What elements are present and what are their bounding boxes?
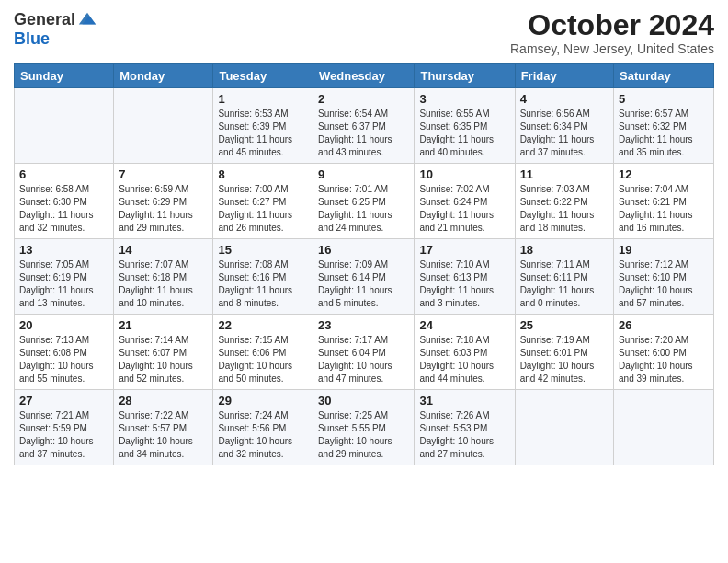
calendar-cell: 26Sunrise: 7:20 AMSunset: 6:00 PMDayligh… — [614, 315, 714, 390]
day-info: Sunrise: 7:02 AMSunset: 6:24 PMDaylight:… — [419, 183, 509, 235]
calendar-cell: 24Sunrise: 7:18 AMSunset: 6:03 PMDayligh… — [415, 315, 515, 390]
day-number: 18 — [520, 243, 609, 257]
day-info: Sunrise: 6:55 AMSunset: 6:35 PMDaylight:… — [419, 108, 509, 159]
calendar-cell: 30Sunrise: 7:25 AMSunset: 5:55 PMDayligh… — [313, 390, 415, 465]
calendar: SundayMondayTuesdayWednesdayThursdayFrid… — [14, 63, 714, 465]
day-info: Sunrise: 7:03 AMSunset: 6:22 PMDaylight:… — [520, 183, 609, 235]
day-info: Sunrise: 7:14 AMSunset: 6:07 PMDaylight:… — [119, 334, 208, 385]
day-number: 1 — [218, 92, 308, 106]
day-info: Sunrise: 7:05 AMSunset: 6:19 PMDaylight:… — [19, 259, 108, 310]
header-right: October 2024 Ramsey, New Jersey, United … — [510, 9, 714, 56]
logo-blue: Blue — [14, 29, 50, 49]
logo-general: General — [14, 10, 75, 29]
header: General Blue October 2024 Ramsey, New Je… — [14, 9, 714, 56]
calendar-cell: 5Sunrise: 6:57 AMSunset: 6:32 PMDaylight… — [614, 88, 714, 164]
calendar-cell: 16Sunrise: 7:09 AMSunset: 6:14 PMDayligh… — [313, 239, 415, 315]
day-number: 24 — [419, 318, 509, 332]
day-number: 9 — [318, 167, 409, 181]
calendar-cell — [614, 390, 714, 465]
calendar-cell: 21Sunrise: 7:14 AMSunset: 6:07 PMDayligh… — [114, 315, 213, 390]
calendar-cell: 25Sunrise: 7:19 AMSunset: 6:01 PMDayligh… — [515, 315, 613, 390]
calendar-cell: 19Sunrise: 7:12 AMSunset: 6:10 PMDayligh… — [614, 239, 714, 315]
day-number: 22 — [218, 318, 308, 332]
day-info: Sunrise: 7:11 AMSunset: 6:11 PMDaylight:… — [520, 259, 609, 310]
day-info: Sunrise: 6:53 AMSunset: 6:39 PMDaylight:… — [218, 108, 308, 159]
month-title: October 2024 — [510, 9, 714, 41]
day-info: Sunrise: 7:17 AMSunset: 6:04 PMDaylight:… — [318, 334, 409, 385]
logo: General Blue — [14, 9, 97, 49]
calendar-cell: 29Sunrise: 7:24 AMSunset: 5:56 PMDayligh… — [213, 390, 313, 465]
day-number: 20 — [19, 318, 108, 332]
calendar-cell: 14Sunrise: 7:07 AMSunset: 6:18 PMDayligh… — [114, 239, 213, 315]
calendar-cell — [515, 390, 613, 465]
day-number: 23 — [318, 318, 409, 332]
calendar-week-row: 1Sunrise: 6:53 AMSunset: 6:39 PMDaylight… — [15, 88, 714, 164]
day-number: 17 — [419, 243, 509, 257]
calendar-cell: 11Sunrise: 7:03 AMSunset: 6:22 PMDayligh… — [515, 164, 613, 239]
calendar-cell: 3Sunrise: 6:55 AMSunset: 6:35 PMDaylight… — [415, 88, 515, 164]
day-number: 30 — [318, 394, 409, 408]
day-info: Sunrise: 7:09 AMSunset: 6:14 PMDaylight:… — [318, 259, 409, 310]
day-info: Sunrise: 7:04 AMSunset: 6:21 PMDaylight:… — [619, 183, 709, 235]
calendar-day-header: Friday — [515, 64, 613, 88]
day-number: 29 — [218, 394, 308, 408]
calendar-cell: 28Sunrise: 7:22 AMSunset: 5:57 PMDayligh… — [114, 390, 213, 465]
calendar-cell: 13Sunrise: 7:05 AMSunset: 6:19 PMDayligh… — [15, 239, 114, 315]
day-number: 8 — [218, 167, 308, 181]
calendar-cell: 18Sunrise: 7:11 AMSunset: 6:11 PMDayligh… — [515, 239, 613, 315]
logo-text: General — [14, 9, 97, 29]
day-info: Sunrise: 7:15 AMSunset: 6:06 PMDaylight:… — [218, 334, 308, 385]
day-info: Sunrise: 7:25 AMSunset: 5:55 PMDaylight:… — [318, 409, 409, 461]
day-info: Sunrise: 7:19 AMSunset: 6:01 PMDaylight:… — [520, 334, 609, 385]
calendar-cell: 1Sunrise: 6:53 AMSunset: 6:39 PMDaylight… — [213, 88, 313, 164]
day-info: Sunrise: 7:00 AMSunset: 6:27 PMDaylight:… — [218, 183, 308, 235]
day-info: Sunrise: 6:59 AMSunset: 6:29 PMDaylight:… — [119, 183, 208, 235]
day-info: Sunrise: 6:57 AMSunset: 6:32 PMDaylight:… — [619, 108, 709, 159]
day-number: 6 — [19, 167, 108, 181]
calendar-day-header: Sunday — [15, 64, 114, 88]
page: General Blue October 2024 Ramsey, New Je… — [0, 0, 728, 479]
calendar-cell: 12Sunrise: 7:04 AMSunset: 6:21 PMDayligh… — [614, 164, 714, 239]
day-number: 19 — [619, 243, 709, 257]
calendar-cell: 22Sunrise: 7:15 AMSunset: 6:06 PMDayligh… — [213, 315, 313, 390]
calendar-cell: 4Sunrise: 6:56 AMSunset: 6:34 PMDaylight… — [515, 88, 613, 164]
day-info: Sunrise: 7:24 AMSunset: 5:56 PMDaylight:… — [218, 409, 308, 461]
calendar-cell: 23Sunrise: 7:17 AMSunset: 6:04 PMDayligh… — [313, 315, 415, 390]
location: Ramsey, New Jersey, United States — [510, 41, 714, 56]
day-info: Sunrise: 7:13 AMSunset: 6:08 PMDaylight:… — [19, 334, 108, 385]
day-number: 12 — [619, 167, 709, 181]
day-number: 26 — [619, 318, 709, 332]
day-number: 11 — [520, 167, 609, 181]
calendar-cell: 20Sunrise: 7:13 AMSunset: 6:08 PMDayligh… — [15, 315, 114, 390]
day-number: 4 — [520, 92, 609, 106]
day-info: Sunrise: 7:12 AMSunset: 6:10 PMDaylight:… — [619, 259, 709, 310]
calendar-day-header: Tuesday — [213, 64, 313, 88]
calendar-week-row: 27Sunrise: 7:21 AMSunset: 5:59 PMDayligh… — [15, 390, 714, 465]
day-number: 13 — [19, 243, 108, 257]
day-info: Sunrise: 7:07 AMSunset: 6:18 PMDaylight:… — [119, 259, 208, 310]
day-number: 3 — [419, 92, 509, 106]
calendar-cell: 6Sunrise: 6:58 AMSunset: 6:30 PMDaylight… — [15, 164, 114, 239]
day-info: Sunrise: 7:01 AMSunset: 6:25 PMDaylight:… — [318, 183, 409, 235]
day-number: 5 — [619, 92, 709, 106]
calendar-day-header: Thursday — [415, 64, 515, 88]
day-info: Sunrise: 7:20 AMSunset: 6:00 PMDaylight:… — [619, 334, 709, 385]
day-info: Sunrise: 7:08 AMSunset: 6:16 PMDaylight:… — [218, 259, 308, 310]
day-info: Sunrise: 6:54 AMSunset: 6:37 PMDaylight:… — [318, 108, 409, 159]
day-number: 25 — [520, 318, 609, 332]
calendar-week-row: 13Sunrise: 7:05 AMSunset: 6:19 PMDayligh… — [15, 239, 714, 315]
day-number: 14 — [119, 243, 208, 257]
calendar-cell: 8Sunrise: 7:00 AMSunset: 6:27 PMDaylight… — [213, 164, 313, 239]
calendar-cell: 17Sunrise: 7:10 AMSunset: 6:13 PMDayligh… — [415, 239, 515, 315]
day-number: 7 — [119, 167, 208, 181]
day-number: 27 — [19, 394, 108, 408]
day-number: 16 — [318, 243, 409, 257]
day-info: Sunrise: 7:22 AMSunset: 5:57 PMDaylight:… — [119, 409, 208, 461]
calendar-cell: 7Sunrise: 6:59 AMSunset: 6:29 PMDaylight… — [114, 164, 213, 239]
day-number: 15 — [218, 243, 308, 257]
day-number: 28 — [119, 394, 208, 408]
calendar-cell: 15Sunrise: 7:08 AMSunset: 6:16 PMDayligh… — [213, 239, 313, 315]
day-info: Sunrise: 6:58 AMSunset: 6:30 PMDaylight:… — [19, 183, 108, 235]
day-info: Sunrise: 7:21 AMSunset: 5:59 PMDaylight:… — [19, 409, 108, 461]
day-info: Sunrise: 7:26 AMSunset: 5:53 PMDaylight:… — [419, 409, 509, 461]
